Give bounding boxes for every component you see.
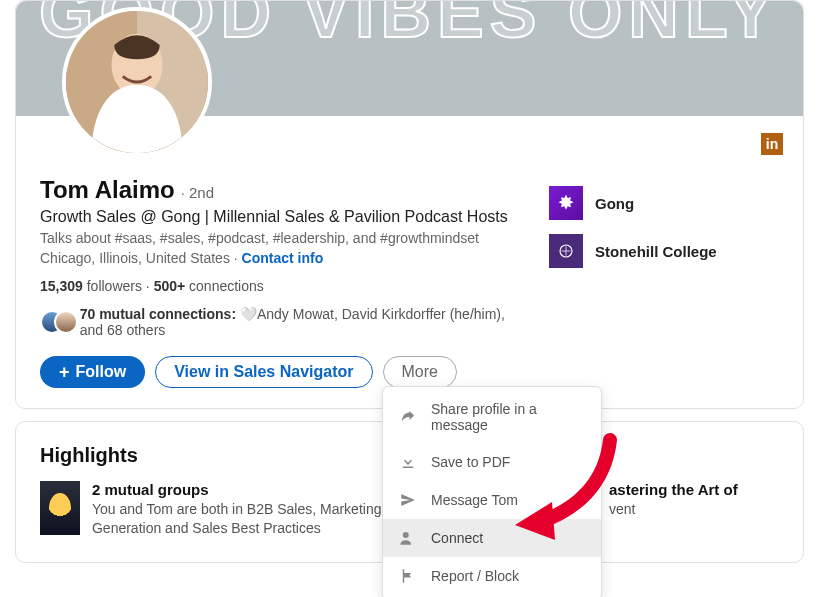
share-icon (399, 408, 417, 426)
menu-item-connect[interactable]: Connect (383, 519, 601, 557)
talks-about: Talks about #saas, #sales, #podcast, #le… (40, 230, 509, 246)
highlight-title: astering the Art of (609, 481, 738, 498)
org-label: Stonehill College (595, 243, 717, 260)
profile-card: GOOD VIBES ONLY in Tom Alaimo · 2nd Grow… (15, 0, 804, 409)
location: Chicago, Illinois, United States (40, 250, 230, 266)
more-dropdown: Share profile in a message Save to PDF M… (382, 386, 602, 597)
send-icon (399, 491, 417, 509)
highlight-body: vent (609, 500, 738, 519)
mutual-avatars (40, 310, 72, 334)
profile-name: Tom Alaimo (40, 176, 175, 204)
connections-count[interactable]: 500+ (154, 278, 186, 294)
plus-icon: + (59, 363, 70, 381)
more-button[interactable]: More (383, 356, 457, 388)
lightbulb-icon (40, 481, 80, 535)
connect-icon (399, 529, 417, 547)
current-company[interactable]: Gong (549, 186, 779, 220)
sales-navigator-button[interactable]: View in Sales Navigator (155, 356, 372, 388)
education[interactable]: Stonehill College (549, 234, 779, 268)
org-label: Gong (595, 195, 634, 212)
highlight-item[interactable]: astering the Art of vent (609, 481, 779, 538)
mutual-connections[interactable]: 70 mutual connections: 🤍Andy Mowat, Davi… (40, 306, 509, 338)
follow-button[interactable]: + Follow (40, 356, 145, 388)
menu-item-save-pdf[interactable]: Save to PDF (383, 443, 601, 481)
flag-icon (399, 567, 417, 585)
connection-degree: · 2nd (181, 184, 214, 201)
contact-info-link[interactable]: Contact info (242, 250, 324, 266)
download-icon (399, 453, 417, 471)
stonehill-logo-icon (549, 234, 583, 268)
menu-item-message[interactable]: Message Tom (383, 481, 601, 519)
avatar[interactable] (62, 7, 212, 157)
linkedin-badge-icon: in (761, 133, 783, 155)
followers-count[interactable]: 15,309 (40, 278, 83, 294)
svg-point-4 (403, 532, 409, 538)
menu-item-share[interactable]: Share profile in a message (383, 391, 601, 443)
gong-logo-icon (549, 186, 583, 220)
profile-headline: Growth Sales @ Gong | Millennial Sales &… (40, 208, 509, 226)
menu-item-report[interactable]: Report / Block (383, 557, 601, 595)
